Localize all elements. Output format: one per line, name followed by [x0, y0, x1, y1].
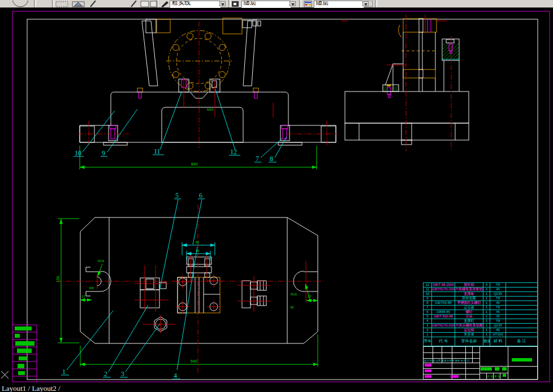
- layout-tabs[interactable]: Layout1 / Layout2 /: [2, 384, 61, 392]
- layer-combo-arrow-icon[interactable]: [219, 1, 226, 6]
- bom-cell-code: GB/T 830-88: [432, 315, 455, 319]
- bom-cell-no: 2: [424, 328, 432, 332]
- table-row: 7 定位键 2 T8: [424, 306, 537, 310]
- bom-cell-name: 夹具体: [455, 333, 483, 337]
- bom-cell-code: [432, 333, 455, 337]
- table-row: 11 GB/T6170-2000 六角螺母及弹簧垫圈 4 45: [424, 288, 537, 292]
- bom-rows: 12 GB/T 68-2000 圆柱销 4 T8 11 GB/T6170-200…: [424, 283, 537, 337]
- button-icon-a[interactable]: [141, 1, 149, 7]
- table-row: 8 GB/T65-85 开槽圆柱头螺钉 1 45: [424, 301, 537, 306]
- callout-label: 7: [256, 155, 259, 163]
- bom-cell-name: 压块: [455, 315, 483, 319]
- signature-mark: [425, 364, 431, 367]
- left-support-arm: [142, 21, 158, 86]
- color-combo-arrow-icon[interactable]: [290, 1, 296, 6]
- bom-header-code: 代 号: [432, 337, 455, 346]
- callout-label: 12: [230, 148, 237, 156]
- triangle-icon[interactable]: [74, 2, 83, 6]
- bom-cell-qty: 1: [483, 310, 490, 314]
- bom-cell-qty: 4: [483, 283, 490, 287]
- color-combo-value: 随层: [242, 1, 290, 7]
- table-row: 9 防转垫圈 2 T8: [424, 297, 537, 301]
- bom-cell-no: 4: [424, 319, 432, 323]
- table-row: 1 夹具体 1 HT200: [424, 333, 537, 337]
- bom-cell-code: [432, 306, 455, 310]
- linetype-combo[interactable]: 随层: [314, 1, 364, 8]
- toolbar-separator: [299, 0, 301, 7]
- bom-cell-remark: [506, 283, 537, 287]
- bom-cell-no: 9: [424, 297, 432, 300]
- bom-header-no: 序号: [424, 337, 432, 346]
- linetype-combo-arrow-icon[interactable]: [362, 1, 369, 6]
- plan-view: 85 45 150 540 R16 R8 17 R16 17: [56, 191, 323, 380]
- bom-cell-name: 支撑板: [455, 292, 483, 296]
- layers-icon[interactable]: [304, 1, 312, 7]
- callout-label: 4: [174, 372, 177, 380]
- zoom-circle-icon[interactable]: [12, 1, 28, 7]
- front-view-dimension: 840: [80, 146, 317, 169]
- linetype-combo-value: 随层: [314, 1, 363, 7]
- bom-cell-no: 1: [424, 333, 432, 337]
- bom-cell-material: T8: [490, 297, 506, 300]
- crosshair-cursor: [1, 371, 8, 378]
- right-support-arm: [243, 21, 256, 86]
- bom-cell-no: 6: [424, 310, 432, 314]
- front-view: M10 840 10 9 11 1: [74, 18, 338, 169]
- dim-text: 150: [56, 276, 60, 282]
- color-combo[interactable]: 随层: [241, 1, 291, 8]
- line-tool-icon[interactable]: [90, 1, 96, 7]
- bom-cell-no: 5: [424, 315, 432, 319]
- bom-cell-qty: 4: [483, 288, 490, 291]
- table-row: 5 GB/T 830-88 压块 1 35: [424, 315, 537, 319]
- bom-cell-no: 10: [424, 292, 432, 296]
- bom-cell-material: HT200: [490, 333, 506, 337]
- bom-cell-name: 开槽圆柱头螺钉: [455, 301, 483, 305]
- object-properties-toolbar: 粗实线 随层 随层: [0, 0, 553, 8]
- bom-cell-qty: 1: [483, 292, 490, 296]
- callout-label: 10: [75, 149, 81, 157]
- side-view-centerlines: [342, 15, 451, 151]
- dim-text: 17: [81, 295, 85, 298]
- bom-cell-qty: 2: [483, 297, 490, 300]
- bom-cell-material: 35: [490, 315, 506, 319]
- signature-mark: [451, 375, 459, 378]
- layout-tab-bar: Layout1 / Layout2 /: [0, 384, 553, 392]
- front-view-centerlines: [78, 21, 338, 148]
- drawing-title-mark: [512, 358, 532, 361]
- bom-header-remark: 备 注: [506, 337, 537, 346]
- bom-cell-material: 45: [490, 310, 506, 314]
- dashed-rect-icon[interactable]: [56, 2, 68, 7]
- bom-cell-name: 防转垫圈: [455, 297, 483, 300]
- plan-view-centerlines: [57, 204, 323, 374]
- change-record-row: 标记 处数 分区 更改文件号 签名 年.月.日: [424, 359, 479, 363]
- pline-tool-icon[interactable]: [131, 1, 136, 7]
- bom-cell-qty: 1: [483, 328, 490, 332]
- bom-cell-code: GB/T6170-2000: [432, 324, 455, 328]
- bom-cell-remark: [506, 315, 537, 319]
- callout-label: 11: [154, 147, 161, 155]
- bom-cell-material: 45: [490, 328, 506, 332]
- bom-cell-remark: [506, 328, 537, 332]
- bom-cell-no: 8: [424, 301, 432, 305]
- bom-cell-code: GB/T65-85: [432, 301, 455, 305]
- cad-application-window: 粗实线 随层 随层: [0, 0, 553, 392]
- bom-cell-material: 45: [490, 301, 506, 305]
- bom-cell-material: Q235: [490, 324, 506, 328]
- toolbar-separator: [156, 0, 158, 7]
- bom-cell-qty: 2: [483, 306, 490, 310]
- bom-cell-remark: [506, 310, 537, 314]
- pen-icon[interactable]: [161, 1, 169, 7]
- bom-cell-material: 45: [490, 288, 506, 291]
- table-row: 12 GB/T 68-2000 圆柱销 4 T8: [424, 283, 537, 288]
- layer-combo[interactable]: 粗实线: [170, 1, 221, 8]
- bom-cell-name: 六角螺母及弹簧垫圈: [455, 288, 483, 291]
- bom-cell-remark: [506, 292, 537, 296]
- bom-cell-remark: [506, 324, 537, 328]
- toolbar-separator: [52, 0, 54, 7]
- left-clamp: [140, 278, 166, 308]
- callout-label: 3: [121, 370, 124, 378]
- dim-text: 840: [191, 162, 198, 166]
- toolbar-separator: [34, 0, 36, 7]
- bom-cell-remark: [506, 306, 537, 310]
- callout-label: 6: [199, 191, 202, 199]
